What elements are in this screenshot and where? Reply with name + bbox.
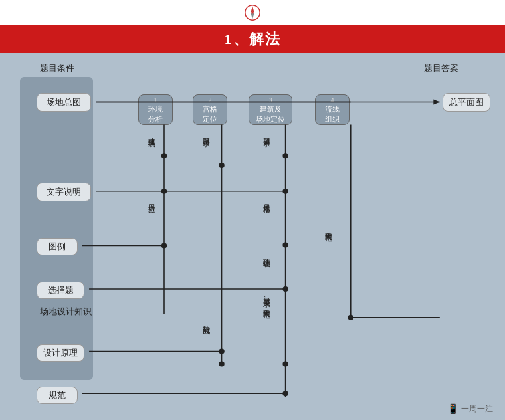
step-2: 2 宫格定位 [193, 94, 227, 125]
svg-point-30 [282, 286, 288, 292]
label-knowledge: 场地设计知识 [40, 306, 92, 318]
app: 1、解法 题目条件 题目答案 场地总图 文字说明 图例 选择题 场地设计知识 设… [0, 0, 505, 420]
label-conditions: 题目条件 [40, 62, 74, 74]
node-zongtu: 场地总图 [37, 93, 91, 112]
svg-marker-5 [433, 100, 440, 105]
left-panel [20, 77, 93, 380]
vtext-xuanxiang: 选项映证 [262, 253, 271, 289]
watermark-icon: 📱 [447, 403, 458, 415]
vtext-timuyaoqiu-2: 题目要求 [202, 132, 211, 178]
node-tuli: 图例 [37, 238, 78, 255]
svg-point-23 [161, 243, 167, 248]
svg-point-25 [219, 349, 224, 354]
step-1: 1 环境分析 [138, 94, 173, 125]
vtext-rukou: 入口方位 [148, 198, 156, 242]
answer-box: 总平面图 [443, 93, 490, 112]
svg-point-3 [251, 11, 254, 14]
vtext-timuyaoqiu-3: 题目要求 [262, 132, 271, 178]
watermark: 📱 一周一注 [447, 403, 493, 415]
label-answers: 题目答案 [424, 62, 458, 74]
node-sheji: 设计原理 [37, 344, 84, 362]
vtext-jianzhu-tuixian: 建筑退线 [148, 132, 156, 178]
page-title: 1、解法 [225, 29, 281, 49]
node-guifan: 规范 [37, 387, 78, 404]
top-icon-bar [0, 0, 505, 25]
svg-point-22 [161, 189, 167, 194]
svg-point-32 [282, 391, 288, 396]
compass-icon [243, 3, 262, 22]
node-wenzi: 文字说明 [37, 183, 91, 201]
svg-point-26 [219, 361, 224, 366]
vtext-chicun: 尺寸规格 [262, 198, 271, 242]
svg-point-21 [161, 153, 167, 158]
vtext-rizhaoyaoqiu: 日照要求、防火规范 [262, 292, 271, 366]
title-bar: 1、解法 [0, 25, 505, 53]
main-area: 题目条件 题目答案 场地总图 文字说明 图例 选择题 场地设计知识 设计原理 规… [0, 53, 505, 420]
step-3: 3 建筑及场地定位 [249, 94, 292, 125]
step-4: 4 流线组织 [315, 94, 350, 125]
vtext-fanghuoguifan: 防火规范 [324, 226, 333, 286]
svg-point-24 [219, 163, 224, 168]
vtext-gongneng: 功能流线 [202, 319, 211, 362]
svg-point-31 [282, 361, 288, 366]
svg-point-29 [282, 242, 288, 247]
svg-point-28 [282, 189, 288, 194]
node-xuanze: 选择题 [37, 282, 84, 299]
svg-point-27 [282, 153, 288, 158]
svg-point-33 [348, 315, 354, 320]
watermark-text: 一周一注 [461, 403, 493, 415]
